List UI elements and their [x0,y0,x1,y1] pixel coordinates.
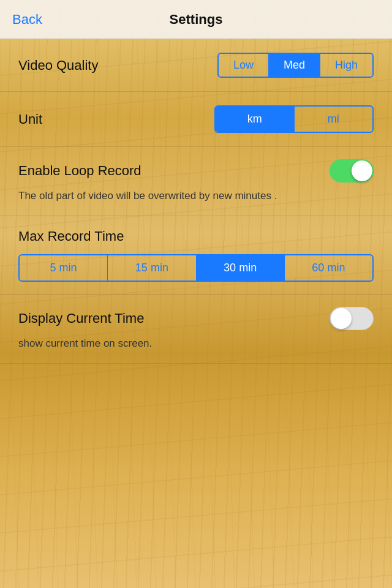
unit-mi-button[interactable]: mi [295,107,373,132]
time-5min-button[interactable]: 5 min [20,255,108,281]
settings-content: Video Quality Low Med High Unit km mi En… [0,39,392,588]
video-quality-label: Video Quality [18,58,98,74]
time-15min-button[interactable]: 15 min [108,255,196,281]
unit-km-button[interactable]: km [216,107,295,132]
loop-record-label: Enable Loop Record [18,163,141,179]
video-quality-med-button[interactable]: Med [269,54,320,77]
display-time-section: Display Current Time show current time o… [0,295,392,364]
video-quality-low-button[interactable]: Low [219,54,269,77]
time-30min-button[interactable]: 30 min [197,255,285,281]
display-time-thumb [331,308,352,329]
video-quality-section: Video Quality Low Med High [0,39,392,92]
display-time-description: show current time on screen. [18,336,374,351]
loop-record-section: Enable Loop Record The old part of video… [0,147,392,216]
loop-record-description: The old part of video will be overwrited… [18,189,374,203]
page-title: Settings [170,12,223,28]
loop-record-thumb [352,160,372,181]
max-record-label: Max Record Time [18,228,374,244]
unit-label: Unit [18,111,42,127]
display-time-toggle[interactable] [330,307,374,330]
unit-control: km mi [214,105,374,133]
time-60min-button[interactable]: 60 min [285,255,372,281]
max-record-section: Max Record Time 5 min 15 min 30 min 60 m… [0,216,392,295]
video-quality-control: Low Med High [217,53,374,78]
back-button[interactable]: Back [12,12,42,28]
display-time-label: Display Current Time [18,311,144,326]
loop-record-toggle[interactable] [330,159,374,183]
nav-bar: Back Settings [0,0,392,39]
unit-section: Unit km mi [0,92,392,147]
max-record-control: 5 min 15 min 30 min 60 min [18,254,374,282]
video-quality-high-button[interactable]: High [320,54,372,77]
